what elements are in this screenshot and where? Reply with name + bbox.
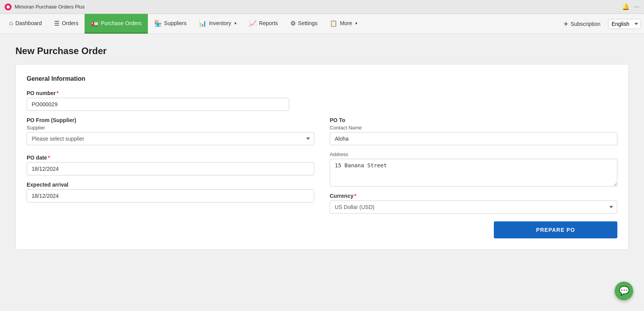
po-from-sublabel: Supplier bbox=[27, 125, 314, 131]
title-bar-right: 🔔 ··· bbox=[622, 3, 639, 10]
nav-label-dashboard: Dashboard bbox=[15, 20, 42, 26]
nav-right: ✈ Subscription English Spanish French bbox=[559, 14, 641, 34]
currency-required: * bbox=[354, 193, 356, 199]
button-row: PREPARE PO bbox=[330, 221, 617, 238]
more-dropdown-arrow: ▾ bbox=[355, 21, 358, 26]
nav-label-inventory: Inventory bbox=[209, 20, 231, 26]
right-col: PO To Contact Name Address 15 Banana Str… bbox=[330, 117, 617, 238]
subscription-label: Subscription bbox=[571, 21, 600, 27]
nav-item-dashboard[interactable]: ⌂ Dashboard bbox=[3, 14, 48, 34]
nav-label-orders: Orders bbox=[62, 20, 78, 26]
chat-fab-icon: 💬 bbox=[619, 286, 629, 296]
supplier-select[interactable]: Please select supplier bbox=[27, 132, 314, 145]
main-content: New Purchase Order General Information P… bbox=[0, 34, 644, 311]
address-sublabel: Address bbox=[330, 151, 617, 157]
two-col-section: PO From (Supplier) Supplier Please selec… bbox=[27, 117, 617, 238]
po-date-input[interactable] bbox=[27, 162, 314, 175]
nav-item-settings[interactable]: ⚙ Settings bbox=[284, 14, 324, 34]
subscription-icon: ✈ bbox=[564, 21, 568, 27]
po-date-group: PO date* bbox=[27, 155, 314, 175]
address-textarea[interactable]: 15 Banana Street bbox=[330, 159, 617, 187]
subscription-link[interactable]: ✈ Subscription bbox=[559, 21, 605, 27]
form-card: General Information PO number* PO From (… bbox=[15, 64, 629, 250]
app-icon bbox=[5, 3, 12, 10]
reports-icon: 📈 bbox=[249, 20, 257, 27]
nav-item-orders[interactable]: ☰ Orders bbox=[48, 14, 85, 34]
po-to-group: PO To Contact Name bbox=[330, 117, 617, 145]
currency-select[interactable]: US Dollar (USD) Euro (EUR) British Pound… bbox=[330, 201, 617, 214]
nav-items: ⌂ Dashboard ☰ Orders 🚛 Purchase Orders 🏪… bbox=[3, 14, 559, 34]
nav-item-suppliers[interactable]: 🏪 Suppliers bbox=[148, 14, 193, 34]
po-date-required: * bbox=[48, 155, 50, 161]
inventory-dropdown-arrow: ▾ bbox=[234, 21, 237, 26]
nav-label-purchase-orders: Purchase Orders bbox=[101, 20, 142, 26]
orders-icon: ☰ bbox=[54, 20, 59, 27]
title-bar: Mimoran Purchase Orders Plus 🔔 ··· bbox=[0, 0, 644, 14]
expected-arrival-label: Expected arrival bbox=[27, 182, 314, 188]
nav-item-purchase-orders[interactable]: 🚛 Purchase Orders bbox=[85, 14, 148, 34]
suppliers-icon: 🏪 bbox=[154, 20, 162, 27]
home-icon: ⌂ bbox=[9, 20, 13, 27]
currency-label: Currency* bbox=[330, 193, 617, 199]
nav-label-more: More bbox=[340, 20, 352, 26]
contact-name-sublabel: Contact Name bbox=[330, 125, 617, 131]
nav-item-more[interactable]: 📋 More ▾ bbox=[324, 14, 364, 34]
po-number-input[interactable] bbox=[27, 98, 289, 111]
po-number-label: PO number* bbox=[27, 90, 289, 96]
nav-label-settings: Settings bbox=[298, 20, 318, 26]
nav-label-suppliers: Suppliers bbox=[164, 20, 186, 26]
app-title: Mimoran Purchase Orders Plus bbox=[15, 4, 85, 10]
po-number-required: * bbox=[56, 90, 58, 96]
po-from-group: PO From (Supplier) Supplier Please selec… bbox=[27, 117, 314, 145]
chat-fab-button[interactable]: 💬 bbox=[615, 282, 633, 300]
settings-icon: ⚙ bbox=[290, 20, 296, 27]
left-col: PO From (Supplier) Supplier Please selec… bbox=[27, 117, 314, 238]
po-from-label: PO From (Supplier) bbox=[27, 117, 314, 123]
currency-group: Currency* US Dollar (USD) Euro (EUR) Bri… bbox=[330, 193, 617, 214]
nav-item-inventory[interactable]: 📊 Inventory ▾ bbox=[193, 14, 243, 34]
more-icon: 📋 bbox=[330, 20, 337, 27]
expected-arrival-group: Expected arrival bbox=[27, 182, 314, 202]
page-title: New Purchase Order bbox=[15, 46, 629, 56]
section-title: General Information bbox=[27, 75, 617, 82]
nav-label-reports: Reports bbox=[259, 20, 278, 26]
title-bar-left: Mimoran Purchase Orders Plus bbox=[5, 3, 85, 10]
po-to-label: PO To bbox=[330, 117, 617, 123]
navbar: ⌂ Dashboard ☰ Orders 🚛 Purchase Orders 🏪… bbox=[0, 14, 644, 34]
bell-icon[interactable]: 🔔 bbox=[622, 3, 630, 10]
po-date-label: PO date* bbox=[27, 155, 314, 161]
expected-arrival-input[interactable] bbox=[27, 189, 314, 202]
language-selector[interactable]: English Spanish French bbox=[608, 19, 641, 29]
address-group: Address 15 Banana Street bbox=[330, 151, 617, 187]
prepare-po-button[interactable]: PREPARE PO bbox=[494, 221, 617, 238]
purchase-orders-icon: 🚛 bbox=[91, 20, 98, 27]
nav-item-reports[interactable]: 📈 Reports bbox=[243, 14, 284, 34]
contact-name-input[interactable] bbox=[330, 132, 617, 145]
more-dots-icon[interactable]: ··· bbox=[634, 3, 639, 10]
inventory-icon: 📊 bbox=[199, 20, 207, 27]
po-number-group: PO number* bbox=[27, 90, 289, 111]
